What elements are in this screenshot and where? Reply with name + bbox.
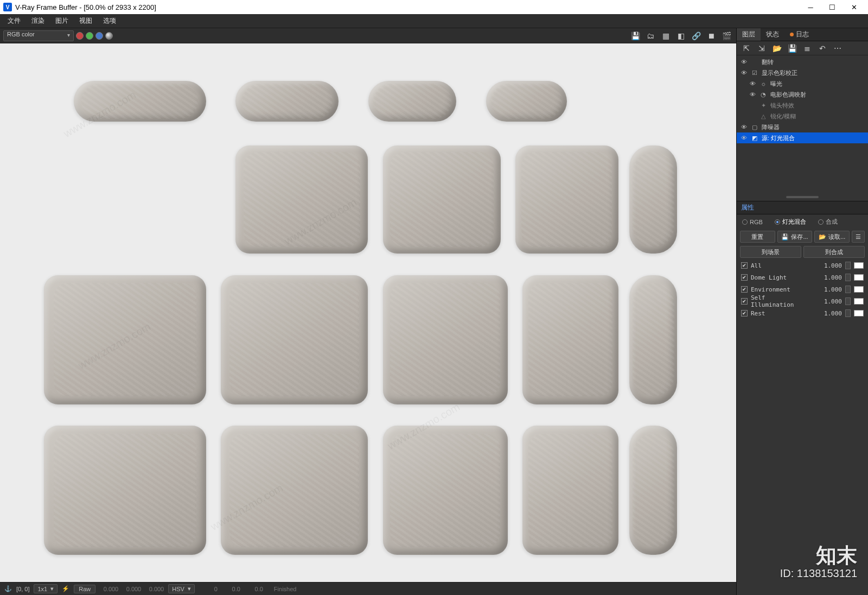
status-bar: ⚓ [0, 0] 1x1▾ ⚡ Raw 0.000 0.000 0.000 HS…: [0, 582, 736, 595]
anchor-icon[interactable]: ⚓: [4, 585, 12, 592]
channel-select[interactable]: RGB color: [3, 30, 74, 41]
checkbox-icon[interactable]: ✔: [741, 274, 748, 281]
close-button[interactable]: ✕: [843, 0, 865, 14]
minimize-button[interactable]: ─: [800, 0, 821, 14]
layers-save-icon[interactable]: 💾: [787, 43, 797, 54]
mix-row-all[interactable]: ✔ All 1.000: [737, 259, 868, 271]
preset-menu-button[interactable]: ☰: [852, 231, 865, 243]
raw-g: 0.000: [123, 586, 141, 592]
radio-lightmix[interactable]: 灯光混合: [775, 218, 806, 226]
reset-button[interactable]: 重置: [740, 231, 775, 243]
checkbox-icon[interactable]: ✔: [741, 262, 748, 269]
mix-row-rest[interactable]: ✔ Rest 1.000: [737, 307, 868, 319]
mix-row-environment[interactable]: ✔ Environment 1.000: [737, 283, 868, 295]
save-preset-button[interactable]: 💾保存...: [777, 231, 813, 243]
region-render-icon[interactable]: ▦: [659, 30, 672, 42]
color-swatch[interactable]: [854, 286, 864, 293]
hsv-v: 0.0: [245, 586, 263, 592]
blue-channel-button[interactable]: [95, 32, 103, 40]
vray-logo-icon: V: [3, 3, 12, 11]
radio-composite[interactable]: 合成: [818, 218, 838, 226]
color-swatch[interactable]: [854, 310, 864, 317]
layer-filmic[interactable]: 👁◔电影色调映射: [737, 89, 868, 100]
color-swatch[interactable]: [854, 298, 864, 305]
checkbox-icon[interactable]: ✔: [741, 310, 748, 317]
compare-icon[interactable]: ◧: [674, 30, 687, 42]
spinner-icon[interactable]: [845, 298, 851, 305]
panel-drag-handle[interactable]: [737, 193, 868, 201]
window-title: V-Ray Frame Buffer - [50.0% of 2933 x 22…: [15, 3, 156, 11]
status-text: Finished: [274, 586, 297, 592]
render-canvas[interactable]: www.znzmo.com www.znzmo.com www.znzmo.co…: [0, 43, 736, 582]
layer-exposure[interactable]: 👁☼曝光: [737, 78, 868, 89]
linear-icon[interactable]: ⚡: [62, 585, 69, 592]
layers-list-icon[interactable]: ≣: [802, 43, 813, 54]
spinner-icon[interactable]: [845, 286, 851, 293]
to-composite-button[interactable]: 到合成: [803, 246, 865, 258]
menu-options[interactable]: 选项: [98, 14, 122, 28]
layers-toolbar: ⇱ ⇲ 📂 💾 ≣ ↶ ⋯: [737, 41, 868, 55]
pixel-coords: [0, 0]: [16, 586, 29, 592]
window-titlebar: V V-Ray Frame Buffer - [50.0% of 2933 x …: [0, 0, 868, 14]
stop-render-icon[interactable]: ⏹: [705, 30, 718, 42]
color-swatch[interactable]: [854, 262, 864, 269]
mix-row-self-illum[interactable]: ✔ Self Illumination 1.000: [737, 295, 868, 307]
color-swatch[interactable]: [854, 274, 864, 281]
panel-tabs: 图层 状态 日志: [737, 28, 868, 41]
hsv-h: 0: [199, 586, 218, 592]
radio-rgb[interactable]: RGB: [742, 219, 763, 225]
spinner-icon[interactable]: [845, 274, 851, 281]
green-channel-button[interactable]: [86, 32, 93, 40]
load-preset-button[interactable]: 📂读取...: [814, 231, 850, 243]
checkbox-icon[interactable]: ✔: [741, 298, 748, 305]
mix-row-dome[interactable]: ✔ Dome Light 1.000: [737, 271, 868, 283]
layers-tool-a[interactable]: ⇱: [741, 43, 752, 54]
raw-r: 0.000: [100, 586, 118, 592]
link-icon[interactable]: 🔗: [690, 30, 703, 42]
red-channel-button[interactable]: [76, 32, 84, 40]
layer-denoiser[interactable]: 👁▢降噪器: [737, 122, 868, 132]
to-scene-button[interactable]: 到场景: [740, 246, 801, 258]
spinner-icon[interactable]: [845, 262, 851, 269]
properties-header: 属性: [737, 201, 868, 214]
menu-bar: 文件 渲染 图片 视图 选项: [0, 14, 868, 28]
mono-channel-button[interactable]: [105, 32, 113, 40]
mode-radios: RGB 灯光混合 合成: [737, 214, 868, 229]
layers-undo-icon[interactable]: ↶: [817, 43, 828, 54]
log-indicator-icon: [790, 33, 794, 36]
start-render-icon[interactable]: 🎬: [720, 30, 733, 42]
hsv-s: 0.0: [222, 586, 240, 592]
layer-lens-fx[interactable]: ✦镜头特效: [737, 100, 868, 111]
menu-file[interactable]: 文件: [2, 14, 26, 28]
tab-layers[interactable]: 图层: [737, 28, 761, 41]
save-image-icon[interactable]: 💾: [629, 30, 642, 42]
viewer-column: RGB color 💾 🗂 ▦ ◧ 🔗 ⏹ 🎬: [0, 28, 736, 595]
menu-render[interactable]: 渲染: [26, 14, 50, 28]
menu-view[interactable]: 视图: [74, 14, 98, 28]
spinner-icon[interactable]: [845, 309, 851, 317]
layers-more-icon[interactable]: ⋯: [832, 43, 843, 54]
menu-image[interactable]: 图片: [50, 14, 74, 28]
right-panel: 图层 状态 日志 ⇱ ⇲ 📂 💾 ≣ ↶ ⋯ 👁翻转 👁☑显示色彩校正 👁☼曝光…: [736, 28, 868, 595]
layer-list: 👁翻转 👁☑显示色彩校正 👁☼曝光 👁◔电影色调映射 ✦镜头特效 △锐化/模糊 …: [737, 55, 868, 144]
layers-tool-b[interactable]: ⇲: [756, 43, 767, 54]
checkbox-icon[interactable]: ✔: [741, 286, 748, 293]
layer-sharpen[interactable]: △锐化/模糊: [737, 111, 868, 122]
color-mode-select[interactable]: HSV▾: [168, 584, 195, 593]
maximize-button[interactable]: ☐: [821, 0, 843, 14]
raw-toggle[interactable]: Raw: [74, 585, 95, 593]
layer-color-correct[interactable]: 👁☑显示色彩校正: [737, 67, 868, 78]
layer-lightmix-source[interactable]: 👁◩源: 灯光混合: [737, 132, 868, 143]
history-icon[interactable]: 🗂: [644, 30, 657, 42]
tab-log[interactable]: 日志: [784, 28, 814, 41]
layer-flip[interactable]: 👁翻转: [737, 56, 868, 67]
raw-b: 0.000: [145, 586, 164, 592]
sample-size-select[interactable]: 1x1▾: [34, 584, 58, 593]
viewer-toolbar: RGB color 💾 🗂 ▦ ◧ 🔗 ⏹ 🎬: [0, 28, 736, 43]
tab-status[interactable]: 状态: [761, 28, 784, 41]
layers-open-icon[interactable]: 📂: [771, 43, 782, 54]
